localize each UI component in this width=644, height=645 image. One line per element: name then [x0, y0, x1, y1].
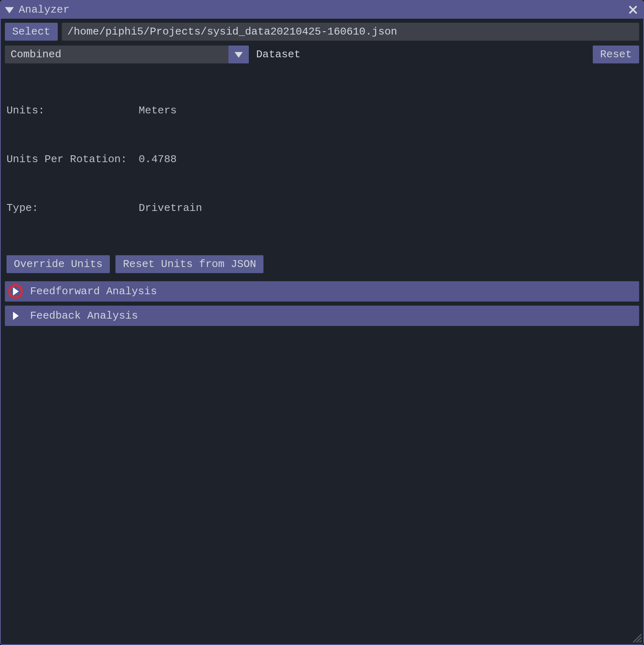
- feedback-label: Feedback Analysis: [30, 310, 138, 322]
- feedforward-analysis-header[interactable]: Feedforward Analysis: [5, 281, 639, 302]
- window-content: Select Combined Dataset Reset Units: Met…: [1, 19, 643, 326]
- meta-row-type: Type: Drivetrain: [7, 200, 639, 216]
- unit-button-group: Override Units Reset Units from JSON: [5, 254, 639, 273]
- meta-units-key: Units:: [7, 102, 139, 119]
- meta-type-key: Type:: [7, 200, 139, 216]
- file-path-input[interactable]: [62, 23, 639, 41]
- reset-button[interactable]: Reset: [593, 46, 639, 63]
- select-file-button[interactable]: Select: [5, 23, 58, 41]
- meta-row-units: Units: Meters: [7, 102, 639, 119]
- meta-upr-value: 0.4788: [139, 151, 177, 167]
- feedforward-label: Feedforward Analysis: [30, 285, 157, 298]
- chevron-down-icon[interactable]: [228, 46, 249, 63]
- dataset-row-spacer: [305, 46, 589, 63]
- feedback-analysis-header[interactable]: Feedback Analysis: [5, 306, 639, 326]
- meta-units-value: Meters: [139, 102, 177, 119]
- svg-marker-3: [235, 52, 243, 58]
- svg-line-8: [640, 641, 642, 643]
- svg-marker-5: [13, 312, 19, 320]
- meta-upr-key: Units Per Rotation:: [7, 151, 139, 167]
- meta-type-value: Drivetrain: [139, 200, 202, 216]
- close-icon[interactable]: [627, 4, 639, 16]
- analyzer-window: Analyzer Select Combined Dataset: [0, 0, 644, 645]
- triangle-right-icon[interactable]: [8, 284, 23, 299]
- resize-grip[interactable]: [631, 632, 642, 643]
- reset-units-from-json-button[interactable]: Reset Units from JSON: [115, 255, 263, 273]
- file-row: Select: [5, 23, 639, 41]
- triangle-right-icon[interactable]: [8, 308, 23, 323]
- titlebar-collapse-icon[interactable]: [5, 5, 14, 14]
- svg-marker-0: [5, 7, 14, 13]
- window-title: Analyzer: [19, 4, 70, 16]
- window-titlebar[interactable]: Analyzer: [1, 1, 643, 19]
- analysis-sections: Feedforward Analysis Feedback Analysis: [5, 278, 639, 326]
- dataset-combo-value: Combined: [5, 46, 228, 63]
- meta-row-upr: Units Per Rotation: 0.4788: [7, 151, 639, 167]
- override-units-button[interactable]: Override Units: [7, 255, 110, 273]
- dataset-row: Combined Dataset Reset: [5, 46, 639, 63]
- meta-block: Units: Meters Units Per Rotation: 0.4788…: [5, 68, 639, 249]
- svg-marker-4: [13, 287, 19, 295]
- dataset-label: Dataset: [256, 46, 300, 63]
- dataset-combo[interactable]: Combined: [5, 46, 249, 63]
